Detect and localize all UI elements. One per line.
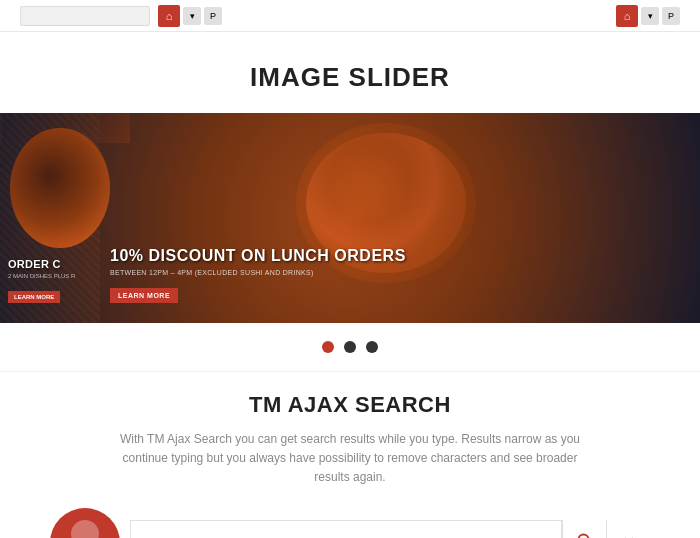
- toolbar-group-right: ⌂ ▾ P: [616, 5, 680, 27]
- toolbar-btn-p-1[interactable]: P: [204, 7, 222, 25]
- slide2-text: ORDER C 2 MAIN DISHES PLUS R LEARN MORE: [8, 258, 75, 303]
- slide1-text: 10% DISCOUNT ON LUNCH ORDERS BETWEEN 12P…: [110, 247, 406, 303]
- slide1-subtitle: BETWEEN 12PM – 4PM (EXCLUDED SUSHI AND D…: [110, 269, 406, 276]
- slider-dots: [0, 323, 700, 371]
- slide2-title: ORDER C: [8, 258, 75, 270]
- toolbar: ⌂ ▾ P ⌂ ▾ P: [0, 0, 700, 32]
- slider-dot-1[interactable]: [322, 341, 334, 353]
- toolbar-btn-arrow-1[interactable]: ▾: [183, 7, 201, 25]
- toolbar-group-left: ⌂ ▾ P: [158, 5, 222, 27]
- slide1-title: 10% DISCOUNT ON LUNCH ORDERS: [110, 247, 406, 265]
- ajax-search-description: With TM Ajax Search you can get search r…: [110, 430, 590, 488]
- search-input[interactable]: [141, 535, 551, 538]
- toolbar-input: [20, 6, 150, 26]
- svg-point-0: [578, 534, 588, 538]
- search-button[interactable]: [562, 520, 606, 538]
- toolbar-btn-p-2[interactable]: P: [662, 7, 680, 25]
- toolbar-btn-arrow-2[interactable]: ▾: [641, 7, 659, 25]
- slide2-btn[interactable]: LEARN MORE: [8, 291, 60, 303]
- slider-dot-3[interactable]: [366, 341, 378, 353]
- toolbar-btn-home-2[interactable]: ⌂: [616, 5, 638, 27]
- slide1-btn[interactable]: LEARN MORE: [110, 288, 178, 303]
- image-slider-heading: IMAGE SLIDER: [20, 62, 680, 93]
- search-icon: [576, 532, 594, 538]
- image-slider[interactable]: 10% DISCOUNT ON LUNCH ORDERS BETWEEN 12P…: [0, 113, 700, 323]
- ajax-search-section: TM AJAX SEARCH With TM Ajax Search you c…: [0, 372, 700, 538]
- close-icon: ✕: [622, 533, 635, 538]
- image-slider-section-title: IMAGE SLIDER: [0, 32, 700, 113]
- avatar-face: [71, 520, 99, 538]
- slide2-subtitle: 2 MAIN DISHES PLUS R: [8, 273, 75, 279]
- avatar: [50, 508, 120, 538]
- slide2-food: [10, 128, 110, 248]
- ajax-search-heading: TM AJAX SEARCH: [20, 392, 680, 418]
- toolbar-btn-home-1[interactable]: ⌂: [158, 5, 180, 27]
- close-button[interactable]: ✕: [606, 520, 650, 538]
- search-area: ✕: [50, 508, 650, 538]
- slider-dot-2[interactable]: [344, 341, 356, 353]
- slide2: ORDER C 2 MAIN DISHES PLUS R LEARN MORE: [0, 113, 130, 143]
- search-input-wrap: [130, 520, 562, 538]
